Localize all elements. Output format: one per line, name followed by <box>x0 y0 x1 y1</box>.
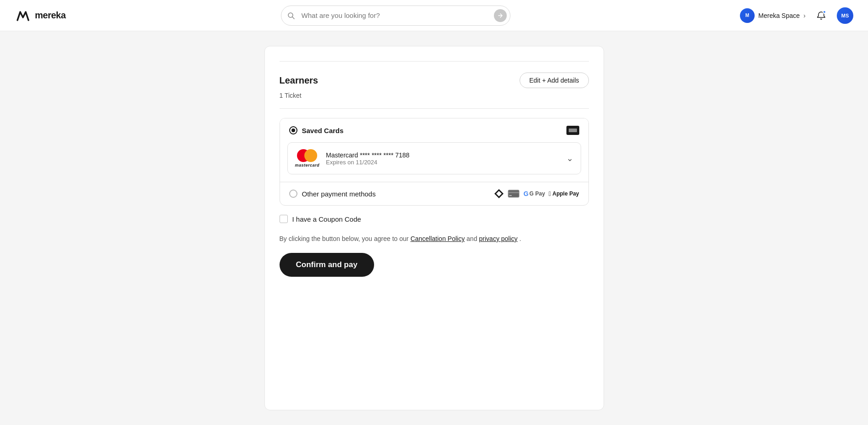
terms-text: By clicking the button below, you agree … <box>280 234 589 244</box>
coupon-label: I have a Coupon Code <box>292 215 361 223</box>
payment-icons: G G Pay  Apple Pay <box>494 189 579 199</box>
other-payment-label: Other payment methods <box>302 190 376 198</box>
google-pay-icon: G G Pay <box>523 190 545 197</box>
learners-section-header: Learners Edit + Add details <box>280 73 589 88</box>
saved-cards-radio[interactable] <box>289 126 297 134</box>
page-content: Learners Edit + Add details 1 Ticket Sav… <box>0 31 868 425</box>
logo-text: mereka <box>35 10 66 21</box>
chevron-down-icon[interactable]: ⌄ <box>566 153 573 163</box>
coupon-checkbox[interactable] <box>280 215 288 223</box>
workspace-switcher[interactable]: M Mereka Space › <box>740 8 806 23</box>
search-icon <box>287 12 295 19</box>
card-number: Mastercard **** **** **** 7188 <box>326 151 409 159</box>
mastercard-orange-circle <box>304 149 317 162</box>
other-payment-option[interactable]: Other payment methods <box>280 182 588 205</box>
bank-icon <box>508 190 520 198</box>
svg-rect-5 <box>508 192 519 193</box>
header-right: M Mereka Space › MS <box>740 7 853 24</box>
card-details: Mastercard **** **** **** 7188 Expires o… <box>326 151 409 166</box>
search-bar <box>281 6 510 26</box>
mastercard-logo: mastercard <box>295 149 320 168</box>
notifications-button[interactable] <box>813 7 829 24</box>
card-info: mastercard Mastercard **** **** **** 718… <box>295 149 410 168</box>
edit-add-details-button[interactable]: Edit + Add details <box>520 73 589 88</box>
other-payment-left: Other payment methods <box>289 190 376 198</box>
workspace-avatar: M <box>740 8 755 23</box>
mereka-logo-icon <box>15 7 31 24</box>
user-avatar[interactable]: MS <box>837 7 853 24</box>
learners-title: Learners <box>280 75 319 86</box>
saved-cards-label: Saved Cards <box>302 127 344 134</box>
notification-dot <box>823 10 826 14</box>
svg-line-1 <box>292 17 294 19</box>
top-divider <box>280 61 589 62</box>
search-submit-button[interactable] <box>494 9 507 22</box>
card-entry[interactable]: mastercard Mastercard **** **** **** 718… <box>287 142 581 174</box>
mastercard-label: mastercard <box>295 163 320 168</box>
confirm-and-pay-button[interactable]: Confirm and pay <box>280 253 374 277</box>
card-icon <box>566 126 579 135</box>
chevron-right-icon: › <box>803 12 806 19</box>
search-input[interactable] <box>281 6 510 26</box>
cancellation-policy-link[interactable]: Cancellation Policy <box>410 235 465 242</box>
svg-rect-4 <box>508 190 519 197</box>
apple-pay-icon:  Apple Pay <box>549 190 579 197</box>
section-divider <box>280 108 589 109</box>
card-expiry: Expires on 11/2024 <box>326 159 409 166</box>
other-payment-radio[interactable] <box>289 190 297 198</box>
saved-cards-option[interactable]: Saved Cards <box>280 118 588 142</box>
main-panel: Learners Edit + Add details 1 Ticket Sav… <box>264 46 604 410</box>
coupon-row: I have a Coupon Code <box>280 215 589 223</box>
workspace-name: Mereka Space <box>758 12 800 19</box>
logo[interactable]: mereka <box>15 7 66 24</box>
privacy-policy-link[interactable]: privacy policy <box>479 235 518 242</box>
svg-rect-6 <box>509 195 512 196</box>
saved-cards-left: Saved Cards <box>289 126 344 134</box>
payment-section: Saved Cards mastercard <box>280 118 589 206</box>
header: mereka M Mereka Space › <box>0 0 868 31</box>
ticket-count: 1 Ticket <box>280 92 589 99</box>
klarna-icon <box>494 189 504 199</box>
